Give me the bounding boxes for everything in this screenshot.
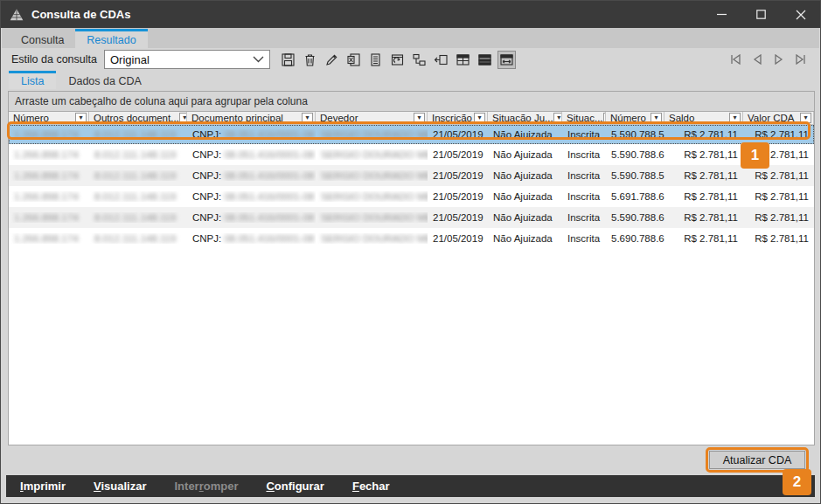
titlebar: Consulta de CDAs [1, 1, 820, 28]
band-collapse-icon[interactable] [432, 51, 450, 69]
cell: SERGIO DOURADO ME [316, 129, 428, 140]
cell: 1.266.898.174 [9, 191, 89, 202]
table-row[interactable]: 1.266.898.1748.012.111.148.119CNPJ: 08.0… [9, 207, 814, 228]
save-icon[interactable] [279, 51, 297, 69]
column-header[interactable]: Outros document... [89, 112, 187, 124]
column-header[interactable]: Número [606, 112, 664, 124]
edit-icon[interactable] [323, 51, 341, 69]
results-grid: Arraste um cabeçalho de coluna aqui para… [8, 91, 815, 445]
cell: Não Ajuizada [488, 191, 562, 202]
cell: Inscrita [562, 191, 606, 202]
query-style-row: Estilo da consulta Original [11, 49, 813, 70]
column-header-label: Situação Ju... [492, 113, 553, 123]
first-record-icon[interactable] [728, 52, 742, 66]
cell: Não Ajuizada [488, 170, 562, 181]
column-header[interactable]: Situaç... [562, 112, 606, 124]
minimize-button[interactable] [702, 1, 741, 28]
column-header-label: Documento principal [191, 113, 283, 123]
column-header[interactable]: Inscrição [428, 112, 488, 124]
filter-dropdown-icon[interactable] [729, 113, 741, 123]
previous-record-icon[interactable] [750, 52, 764, 66]
cell: Inscrita [562, 129, 606, 140]
cell: Não Ajuizada [488, 212, 562, 223]
table-row[interactable]: 1.266.898.1748.012.111.148.119CNPJ: 08.0… [9, 144, 814, 165]
cell: R$ 2.781,11 [664, 149, 743, 160]
cell: R$ 2.781,11 [743, 170, 814, 181]
group-by-hint: Arraste um cabeçalho de coluna aqui para… [15, 95, 308, 107]
cell: 8.012.111.148.119 [89, 129, 187, 140]
cell: Inscrita [562, 212, 606, 223]
filter-dropdown-icon[interactable] [75, 113, 87, 123]
column-header-label: Outros document... [94, 113, 179, 123]
cell: 5.590.788.59 [606, 129, 664, 140]
fit-columns-icon[interactable] [497, 51, 516, 69]
column-header-label: Situaç... [567, 113, 603, 123]
cell: 5.590.788.5 [606, 170, 664, 181]
filter-dropdown-icon[interactable] [179, 113, 187, 123]
column-header[interactable]: Documento principal [187, 112, 316, 124]
copy-list-icon[interactable] [366, 51, 385, 69]
filter-dropdown-icon[interactable] [474, 113, 485, 123]
tab-consulta[interactable]: Consulta [10, 29, 75, 48]
filter-dropdown-icon[interactable] [414, 113, 425, 123]
tab-resultado[interactable]: Resultado [75, 29, 147, 48]
table-row[interactable]: 1.266.898.1748.012.111.148.119CNPJ: 08.0… [9, 165, 814, 186]
tab-resultado-label: Resultado [87, 34, 136, 46]
column-header-label: Saldo [669, 113, 694, 123]
maximize-button[interactable] [741, 1, 781, 28]
cell: Inscrita [562, 149, 606, 160]
cell: 5.590.788.6 [606, 149, 664, 160]
query-style-value: Original [110, 53, 150, 66]
subtab-lista[interactable]: Lista [9, 71, 56, 89]
reset-layout-icon[interactable] [388, 51, 407, 69]
column-header[interactable]: Saldo [664, 112, 743, 124]
cell: 21/05/2019 [428, 170, 488, 181]
menu-visualizar[interactable]: Visualizar [94, 480, 146, 493]
atualizar-cda-button[interactable]: Atualizar CDA [709, 451, 805, 469]
subtab-dados-da-cda[interactable]: Dados da CDA [56, 71, 153, 89]
last-record-icon[interactable] [794, 52, 808, 66]
cell: 21/05/2019 [428, 129, 488, 140]
cell: R$ 2.781,11 [743, 233, 814, 244]
cell: CNPJ: 08.051.416/0001-08 [187, 191, 316, 202]
menu-imprimir[interactable]: Imprimir [20, 480, 66, 493]
cell: SERGIO DOURADO ME [316, 233, 428, 244]
menu-configurar[interactable]: Configurar [266, 480, 324, 493]
chevron-down-icon [253, 56, 264, 63]
row-view-icon[interactable] [476, 51, 494, 69]
result-subtabs: Lista Dados da CDA [9, 71, 154, 89]
close-button[interactable] [781, 1, 820, 28]
cell: R$ 2.781,11 [664, 233, 743, 244]
export-excel-icon[interactable] [344, 51, 363, 69]
cell: 1.266.898.174 [9, 233, 89, 244]
column-header[interactable]: Número [9, 112, 89, 124]
app-logo-icon [9, 7, 24, 23]
grid-view-icon[interactable] [454, 51, 472, 69]
column-header[interactable]: Devedor [316, 112, 428, 124]
cell: 8.012.111.148.119 [89, 233, 187, 244]
table-row[interactable]: 1.266.898.1748.012.111.148.119CNPJ: 08.0… [9, 125, 814, 144]
delete-icon[interactable] [301, 51, 319, 69]
bottom-menubar: Imprimir Visualizar Interromper Configur… [6, 475, 815, 497]
next-record-icon[interactable] [772, 52, 786, 66]
group-by-panel[interactable]: Arraste um cabeçalho de coluna aqui para… [9, 92, 814, 112]
column-header-label: Devedor [320, 113, 358, 123]
main-tabstrip: Consulta Resultado [2, 28, 819, 48]
cell: R$ 2.781,11 [743, 129, 814, 140]
cell: R$ 2.781,11 [743, 191, 814, 202]
column-header[interactable]: Valor CDA [743, 112, 814, 124]
column-header-label: Valor CDA [748, 113, 794, 123]
cell: CNPJ: 08.051.416/0001-08 [187, 129, 316, 140]
tab-consulta-label: Consulta [21, 34, 64, 46]
query-style-dropdown[interactable]: Original [104, 50, 270, 69]
filter-dropdown-icon[interactable] [302, 113, 313, 123]
cell: 5.691.788.66 [606, 191, 664, 202]
table-row[interactable]: 1.266.898.1748.012.111.148.119CNPJ: 08.0… [9, 186, 814, 207]
column-header[interactable]: Situação Ju... [488, 112, 562, 124]
table-row[interactable]: 1.266.898.1748.012.111.148.119CNPJ: 08.0… [9, 228, 814, 249]
group-tree-icon[interactable] [410, 51, 428, 69]
filter-dropdown-icon[interactable] [800, 113, 811, 123]
menu-fechar[interactable]: Fechar [352, 480, 390, 493]
filter-dropdown-icon[interactable] [651, 113, 662, 123]
filter-dropdown-icon[interactable] [553, 113, 562, 123]
